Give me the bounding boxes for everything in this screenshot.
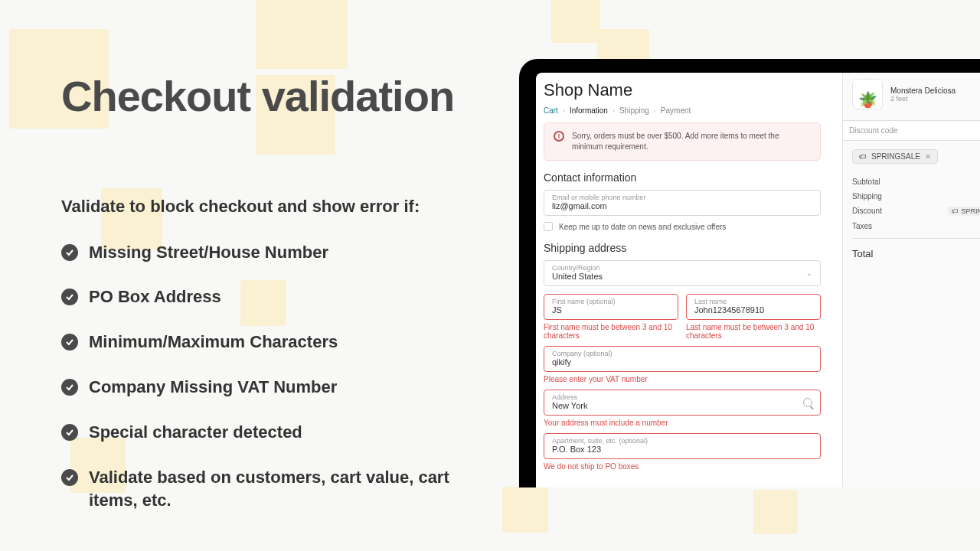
product-variant: 2 feet — [890, 95, 956, 103]
applied-discount-tag: 🏷SPRINGSALE — [948, 207, 980, 216]
page-heading: Checkout validation — [61, 73, 482, 120]
minimum-order-alert: ! Sorry, orders must be over $500. Add m… — [544, 122, 821, 161]
chevron-down-icon: ⌄ — [806, 269, 812, 277]
tag-icon: 🏷 — [859, 152, 867, 161]
company-field[interactable]: Company (optional) qikify — [544, 346, 821, 372]
firstname-field[interactable]: First name (optional) JS — [544, 294, 678, 320]
checkbox-icon — [544, 222, 553, 231]
remove-discount-button[interactable]: ✕ — [925, 152, 931, 161]
chevron-right-icon: › — [654, 107, 656, 115]
bullet-item: Company Missing VAT Number — [61, 376, 482, 399]
subtotal-label: Subtotal — [852, 178, 880, 186]
check-icon — [61, 469, 78, 486]
total-label: Total — [852, 248, 873, 259]
breadcrumb: Cart › Information › Shipping › Payment — [544, 106, 821, 115]
bullet-item: Validate based on customers, cart value,… — [61, 466, 482, 514]
check-icon — [61, 379, 78, 396]
discount-label: Discount — [852, 207, 882, 216]
bullet-item: PO Box Address — [61, 285, 482, 309]
discount-chip: 🏷 SPRINGSALE ✕ — [852, 149, 938, 164]
crumb-cart[interactable]: Cart — [544, 106, 558, 115]
search-icon — [803, 398, 812, 407]
cart-item: 🪴 Monstera Deliciosa 2 feet — [852, 79, 980, 109]
apartment-error: We do not ship to PO boxes — [544, 462, 821, 471]
company-error: Please enter your VAT number — [544, 375, 821, 383]
firstname-error: First name must be between 3 and 10 char… — [544, 323, 678, 340]
chevron-right-icon: › — [563, 107, 565, 115]
page-subheading: Validate to block checkout and show erro… — [61, 197, 482, 217]
check-icon — [61, 289, 78, 305]
contact-heading: Contact information — [544, 171, 821, 184]
shipping-label: Shipping — [852, 192, 882, 201]
tag-icon: 🏷 — [952, 207, 959, 215]
product-name: Monstera Deliciosa — [890, 86, 956, 95]
discount-input[interactable]: Discount code — [843, 120, 980, 141]
bullet-item: Special character detected — [61, 421, 482, 445]
check-icon — [61, 244, 78, 261]
marketing-checkbox[interactable]: Keep me up to date on news and exclusive… — [544, 222, 821, 231]
country-select[interactable]: Country/Region United States ⌄ — [544, 260, 821, 286]
lastname-field[interactable]: Last name John12345678910 — [686, 294, 821, 320]
check-icon — [61, 424, 78, 441]
crumb-information[interactable]: Information — [570, 106, 608, 115]
bullet-item: Missing Street/House Number — [61, 241, 482, 265]
crumb-payment: Payment — [661, 106, 691, 115]
taxes-label: Taxes — [852, 222, 872, 230]
shop-name: Shop Name — [544, 80, 821, 100]
check-icon — [61, 334, 78, 350]
address-field[interactable]: Address New York — [544, 390, 821, 416]
chevron-right-icon: › — [612, 107, 615, 115]
product-thumbnail: 🪴 — [852, 79, 883, 109]
shipping-heading: Shipping address — [544, 242, 821, 254]
alert-icon: ! — [554, 131, 564, 142]
tablet-frame: Shop Name Cart › Information › Shipping … — [519, 59, 980, 487]
email-field[interactable]: Email or mobile phone number liz@gmail.c… — [544, 190, 821, 216]
apartment-field[interactable]: Apartment, suite, etc. (optional) P.O. B… — [544, 433, 821, 459]
bullet-item: Minimum/Maximum Characters — [61, 331, 482, 354]
crumb-shipping: Shipping — [619, 106, 649, 115]
lastname-error: Last name must be between 3 and 10 chara… — [686, 323, 821, 340]
address-error: Your address must include a number — [544, 419, 821, 427]
